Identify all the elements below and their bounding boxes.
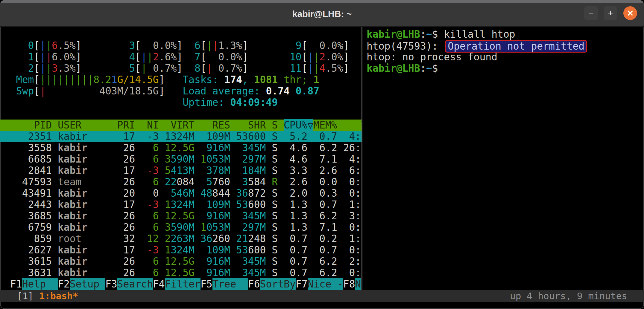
text-segment: G/14.5G [117,74,159,85]
shell-pane[interactable]: kabir@LHB:~$ killall htophtop(47593): Op… [362,27,644,290]
text-segment: 26 [117,176,141,188]
text-segment [10,97,183,108]
fkey-f7-label[interactable]: Nice - [308,278,343,290]
text-segment: 26 [117,267,141,279]
text-segment: kabir [58,267,117,279]
text-segment: root [58,233,117,244]
text-segment: 297M [236,221,272,233]
text-segment: 260 [212,233,236,244]
text-segment: 6 [141,210,165,222]
text-segment: 6 [141,176,165,188]
process-row[interactable]: 3631 kabir 26 6 12.5G 916M 345M S 0.7 6.… [10,267,362,279]
mem-meter-row: Mem[|||||||||8.21G/14.5G] Tasks: 174, 10… [10,74,362,85]
text-segment: ] [159,85,165,97]
text-segment: 1.3% [218,40,242,51]
text-segment: 600 [248,199,272,210]
blank-line [10,29,362,40]
text-segment: 403M/18.5G [99,85,159,97]
fkey-f5[interactable]: F5 [201,278,212,290]
text-segment: 1 [313,74,319,85]
active-window-label[interactable]: 1:bash* [39,290,78,301]
process-row[interactable]: 859 root 32 12 2263M 36260 21248 S 0.7 0… [10,233,362,244]
text-segment: S [272,233,284,244]
fkey-f5-label[interactable]: Tree [212,278,248,290]
text-segment: 36 [236,187,248,199]
process-row[interactable]: 3558 kabir 26 6 12.5G 916M 345M S 4.6 6.… [10,142,362,154]
text-segment: 760 [212,176,242,188]
text-segment: 1 [165,199,171,210]
process-row[interactable]: 3685 kabir 26 6 12.5G 916M 345M S 1.3 6.… [10,210,362,222]
fkey-f1[interactable]: F1 [10,278,22,290]
text-segment [165,85,183,97]
text-segment: ] [76,40,82,51]
text-segment: 2 [319,51,325,63]
text-segment: 2351 kabir 17 -3 1324M 109M 53600 S 5.2 … [10,131,361,142]
process-row[interactable]: 2841 kabir 17 -3 5413M 378M 184M S 3.3 2… [10,165,362,176]
fkey-f8[interactable]: F8 [343,278,355,290]
process-row-selected[interactable]: 2351 kabir 17 -3 1324M 109M 53600 S 5.2 … [0,131,362,142]
text-segment: [ [302,51,308,63]
fkey-f6[interactable]: F6 [248,278,260,290]
text-segment: 48 [201,187,212,199]
fkey-f6-label[interactable]: SortBy [260,278,296,290]
process-row[interactable]: 43491 kabir 20 0 546M 48844 36872 S 2.0 … [10,188,362,199]
uptime-row: Uptime: 04:09:49 [10,97,362,108]
text-segment: 590M [171,221,200,233]
text-segment: 12.5G [165,210,201,222]
fkey-f4[interactable]: F4 [153,278,165,290]
text-segment: 3 [242,176,248,188]
text-segment: 0.74 [266,85,295,97]
fkey-f2-label[interactable]: Setup [70,278,105,290]
text-segment: 9 [284,40,302,51]
text-segment: 26: [343,142,361,154]
titlebar[interactable]: kabir@LHB: ~ − + ✕ [0,0,644,27]
process-row[interactable]: 3615 kabir 26 6 12.5G 916M 345M S 0.7 6.… [10,256,362,267]
text-segment: 4.6 6.2 [284,142,343,154]
maximize-button[interactable]: + [604,6,617,20]
text-segment: 26 [117,221,141,233]
fkey-f4-label[interactable]: Filter [165,278,201,290]
fkey-f7[interactable]: F7 [296,278,308,290]
text-segment [81,40,117,51]
text-segment: [ [34,85,40,97]
text-segment: | [206,62,212,74]
text-segment: 8 [183,62,201,74]
text-segment: 053M [206,221,236,233]
process-row[interactable]: 2627 kabir 17 -3 1324M 109M 53600 S 0.7 … [10,244,362,256]
text-segment: $ [432,62,438,74]
process-row[interactable]: 6759 kabir 26 6 3590M 1053M 297M S 1.3 7… [10,222,362,233]
text-segment: Load average: [183,85,266,97]
text-segment: 26 [117,153,141,165]
process-row[interactable]: 6685 kabir 26 6 3590M 1053M 297M S 4.6 7… [10,154,362,165]
fkey-f2[interactable]: F2 [58,278,70,290]
text-segment: .5% [325,62,343,74]
fkey-f3-label[interactable]: Search [117,278,153,290]
minimize-button[interactable]: − [584,6,598,20]
text-segment: 20 [117,187,141,199]
text-segment: 3 [165,221,171,233]
htop-pane[interactable]: 0[||6.5%] 3[ 0.0%] 6[||1.3%] 9[ 0.0%] 1[… [0,27,362,290]
text-segment: 0.7% [212,62,242,74]
tmux-status-bar: [1] 1:bash* up 4 hours, 9 minutes [0,290,644,302]
text-segment: 1 [10,51,34,63]
text-segment: [ [135,62,141,74]
text-segment: 21 [236,233,248,244]
text-segment: 2627 [10,244,58,256]
text-segment: 6 [141,221,165,233]
function-key-bar: F1Help F2Setup F3SearchF4FilterF5Tree F6… [10,279,362,290]
text-segment: 378M [201,165,236,176]
text-segment: 184M [236,165,272,176]
process-row[interactable]: 2443 kabir 17 -3 1324M 109M 53600 S 1.3 … [10,199,362,210]
fkey-f8-label[interactable]: N [355,278,361,290]
text-segment: 7 [183,51,201,63]
text-segment: 5 [117,62,135,74]
fkey-f1-label[interactable]: Help [22,278,58,290]
close-button[interactable]: ✕ [623,6,637,20]
process-table-header[interactable]: PID USER PRI NI VIRT RES SHR S CPU%▽MEM%… [0,120,362,131]
process-row[interactable]: 47593 team 26 6 22084 5760 3584 R 2.6 0.… [10,176,362,188]
text-segment: | [46,40,52,51]
text-segment: [ [34,62,40,74]
text-segment: [ [302,62,308,74]
text-segment: -3 [141,244,165,256]
fkey-f3[interactable]: F3 [105,278,117,290]
